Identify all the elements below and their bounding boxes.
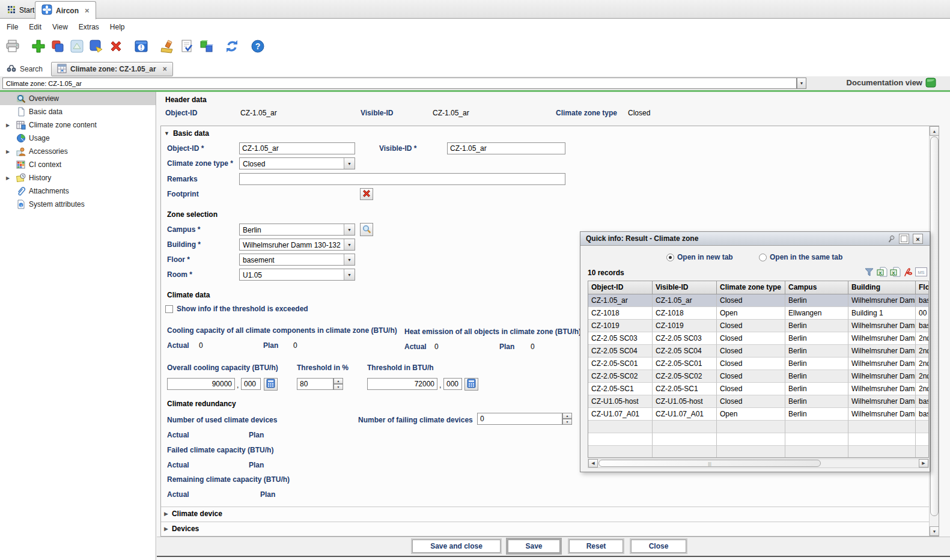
spinner-up-icon[interactable]: ▲ — [333, 378, 343, 384]
scroll-left-icon[interactable]: ◀ — [588, 459, 598, 467]
table-row[interactable]: CZ-2.05-SC1CZ-2.05-SC1ClosedBerlinWilhel… — [588, 383, 928, 395]
table-row[interactable]: CZ-2.05-SC01CZ-2.05-SC01ClosedBerlinWilh… — [588, 358, 928, 370]
tab-search[interactable]: Search — [1, 62, 48, 76]
failing-devices-spinner[interactable]: ▲ ▼ — [562, 413, 572, 425]
refresh-button[interactable] — [224, 38, 240, 55]
maximize-button[interactable] — [899, 234, 909, 244]
print-button[interactable] — [4, 38, 21, 55]
open-new-tab-radio[interactable] — [666, 254, 674, 261]
documentation-view-icon[interactable] — [925, 78, 937, 90]
chevron-down-icon[interactable]: ▼ — [344, 224, 355, 235]
filter-icon[interactable] — [864, 267, 874, 279]
import-button[interactable] — [69, 38, 85, 55]
save-and-close-button[interactable]: Save and close — [412, 540, 501, 553]
overall-cooling-int-field[interactable] — [167, 378, 235, 390]
devices-collapse-header[interactable]: ▶ Devices — [164, 525, 199, 533]
expand-icon[interactable]: ▶ — [6, 149, 12, 154]
column-header-climate-zone-type[interactable]: Climate zone type — [717, 281, 785, 294]
object-id-field[interactable] — [239, 142, 355, 154]
tab-aircon[interactable]: Aircon × — [35, 1, 96, 19]
chevron-down-icon[interactable]: ▼ — [344, 158, 355, 169]
sidebar-item-usage[interactable]: Usage — [0, 132, 156, 145]
chevron-down-icon[interactable]: ▼ — [344, 269, 355, 280]
close-button[interactable]: Close — [631, 540, 686, 553]
column-header-campus[interactable]: Campus — [785, 281, 848, 294]
threshold-checkbox[interactable] — [165, 305, 173, 313]
scroll-right-icon[interactable]: ▶ — [919, 459, 928, 467]
sidebar-item-ci-context[interactable]: CI context — [0, 158, 156, 171]
copy-button[interactable] — [49, 38, 66, 55]
chevron-down-icon[interactable]: ▼ — [344, 254, 355, 265]
table-row[interactable]: CZ-2.05 SC03CZ-2.05 SC03ClosedBerlinWilh… — [588, 332, 928, 345]
threshold-pct-field[interactable] — [297, 378, 333, 390]
scroll-up-icon[interactable]: ▲ — [930, 126, 939, 136]
room-select[interactable]: U1.05 ▼ — [239, 269, 355, 281]
sidebar-item-climate-zone-content[interactable]: ▶Climate zone content — [0, 118, 156, 132]
menu-extras[interactable]: Extras — [73, 21, 105, 33]
threshold-btu-int-field[interactable] — [367, 378, 437, 390]
table-row[interactable] — [588, 421, 928, 433]
excel-export-icon[interactable]: X — [890, 267, 901, 279]
sidebar-item-accessories[interactable]: ▶Accessories — [0, 145, 156, 158]
main-vertical-scrollbar[interactable]: ▲ ▼ — [929, 126, 939, 536]
expand-icon[interactable]: ▶ — [6, 175, 12, 181]
selector-dropdown-button[interactable]: ▼ — [797, 78, 806, 89]
table-row[interactable]: CZ-2.05-SC02CZ-2.05-SC02ClosedBerlinWilh… — [588, 370, 928, 383]
floor-select[interactable]: basement ▼ — [239, 254, 355, 266]
visible-id-field[interactable] — [447, 142, 565, 154]
scroll-down-icon[interactable]: ▼ — [930, 526, 939, 536]
footprint-delete-button[interactable] — [360, 188, 373, 200]
save-button[interactable]: Save — [508, 540, 560, 553]
sidebar-item-overview[interactable]: Overview — [0, 92, 156, 105]
building-select[interactable]: Wilhelmsruher Damm 130-132 ▼ — [239, 239, 355, 251]
checklist-button[interactable] — [178, 38, 195, 55]
close-icon[interactable]: × — [85, 6, 90, 15]
menu-view[interactable]: View — [47, 21, 73, 33]
sidebar-item-system-attributes[interactable]: iSystem attributes — [0, 198, 156, 211]
menu-file[interactable]: File — [1, 21, 23, 33]
campus-search-button[interactable] — [360, 223, 373, 236]
close-button[interactable]: × — [913, 234, 923, 244]
spinner-up-icon[interactable]: ▲ — [562, 413, 572, 419]
reset-button[interactable]: Reset — [569, 540, 623, 553]
menu-help[interactable]: Help — [105, 21, 130, 33]
quick-info-title-bar[interactable]: Quick info: Result - Climate zone × — [580, 232, 930, 246]
ms-export-icon[interactable]: MS — [915, 267, 927, 278]
table-row[interactable]: CZ-U1.07_A01CZ-U1.07_A01OpenBerlinWilhel… — [588, 408, 928, 421]
chevron-down-icon[interactable]: ▼ — [344, 239, 355, 250]
help-button[interactable]: ? — [249, 38, 266, 55]
open-same-tab-radio[interactable] — [759, 254, 767, 261]
column-header-building[interactable]: Building — [848, 281, 916, 294]
scrollbar-thumb[interactable] — [930, 136, 939, 516]
table-row[interactable] — [588, 433, 928, 446]
failing-devices-field[interactable] — [477, 413, 562, 425]
overall-cooling-dec-field[interactable] — [241, 378, 261, 390]
scrollbar-thumb[interactable]: ||| — [598, 460, 821, 467]
sidebar-item-basic-data[interactable]: Basic data — [0, 105, 156, 118]
excel-export-icon[interactable]: X — [877, 267, 888, 279]
table-row[interactable]: CZ-1.05_arCZ-1.05_arClosedBerlinWilhelms… — [588, 294, 928, 307]
info-button[interactable]: ! — [133, 38, 150, 55]
column-header-visible-id[interactable]: Visible-ID — [653, 281, 717, 294]
climate-zone-type-select[interactable]: Closed ▼ — [239, 157, 355, 169]
threshold-btu-dec-field[interactable] — [443, 378, 462, 390]
threshold-pct-spinner[interactable]: ▲ ▼ — [333, 378, 343, 391]
add-button[interactable] — [30, 38, 47, 55]
campus-select[interactable]: Berlin ▼ — [239, 224, 355, 236]
overall-cooling-calc-button[interactable] — [264, 378, 278, 391]
pin-icon[interactable] — [886, 234, 896, 244]
open-button[interactable] — [88, 38, 105, 55]
sidebar-item-attachments[interactable]: Attachments — [0, 184, 156, 198]
menu-edit[interactable]: Edit — [23, 21, 47, 33]
column-header-flo[interactable]: Flo — [916, 281, 929, 294]
table-row[interactable]: CZ-1019CZ-1019ClosedBerlinWilhelmsruher … — [588, 320, 928, 332]
edit-button[interactable] — [159, 38, 176, 55]
spinner-down-icon[interactable]: ▼ — [333, 384, 343, 390]
basic-data-collapse-header[interactable]: ▼ Basic data — [164, 129, 209, 138]
table-row[interactable]: CZ-2.05 SC04CZ-2.05 SC04ClosedBerlinWilh… — [588, 345, 928, 358]
table-row[interactable]: CZ-U1.05-hostCZ-U1.05-hostClosedBerlinWi… — [588, 395, 928, 408]
pdf-export-icon[interactable] — [903, 267, 913, 279]
remarks-field[interactable] — [239, 173, 565, 185]
spinner-down-icon[interactable]: ▼ — [562, 419, 572, 425]
table-horizontal-scrollbar[interactable]: ◀ ||| ▶ — [588, 458, 929, 468]
